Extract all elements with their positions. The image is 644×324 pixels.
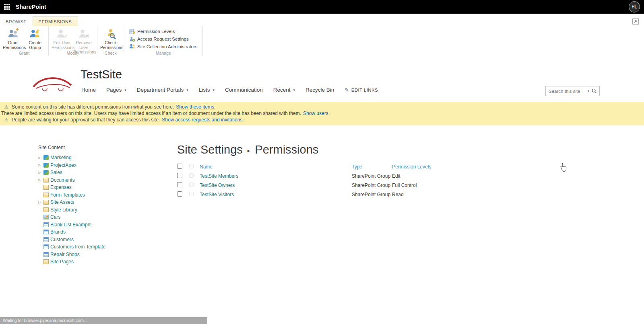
permission-levels-icon: [129, 29, 135, 35]
sidebar-item-customers[interactable]: Customers: [38, 236, 171, 244]
nav-home[interactable]: Home: [81, 87, 96, 93]
search-box: ▾: [545, 86, 600, 96]
group-link[interactable]: TestSite Owners: [200, 183, 235, 188]
search-scope-dropdown-icon[interactable]: ▾: [586, 89, 591, 93]
group-link[interactable]: TestSite Members: [200, 173, 238, 179]
browser-status-bar: Waiting for browser.pipe.aria.microsoft.…: [0, 317, 207, 324]
permissions-main: Site Settings ▸ Permissions Name Type Pe…: [177, 143, 539, 199]
sidebar-item-label[interactable]: Cars: [50, 214, 60, 220]
sidebar-item-label[interactable]: Brands: [50, 229, 66, 235]
app-launcher-icon[interactable]: [4, 4, 10, 10]
edit-user-permissions-label: Edit User Permissions: [52, 40, 74, 50]
sidebar-item-label[interactable]: ProjectApex: [50, 162, 76, 168]
tab-permissions[interactable]: PERMISSIONS: [33, 16, 78, 26]
sidebar-item-label[interactable]: Customers: [50, 237, 74, 242]
sidebar-item-form-templates[interactable]: Form Templates: [38, 191, 171, 199]
sidebar-item-label[interactable]: Documents: [50, 177, 75, 183]
banner-line-permissions: Some content on this site has different …: [0, 104, 644, 110]
show-users-link[interactable]: Show users.: [303, 110, 330, 117]
select-all-checkbox[interactable]: [177, 164, 182, 169]
sidebar-item-label[interactable]: Site Assets: [50, 199, 74, 205]
suite-bar: SharePoint HL: [0, 0, 644, 14]
check-permissions-label: Check Permissions: [100, 40, 123, 50]
column-header-type[interactable]: Type: [352, 164, 362, 170]
expand-icon[interactable]: [38, 163, 43, 167]
site-header: TestSite Home Pages Department Portals L…: [0, 57, 644, 102]
library-icon: [43, 178, 49, 183]
nav-communication[interactable]: Communication: [225, 87, 263, 93]
sidebar-item-blank-list-example[interactable]: Blank List Example: [38, 221, 171, 229]
sidebar-item-documents[interactable]: Documents: [38, 176, 171, 184]
group-type: SharePoint Group: [352, 173, 390, 179]
site-icon: [43, 170, 49, 175]
ribbon: Grant Permissions Create Group Grant Edi…: [0, 26, 644, 56]
site-content-title: Site Content: [38, 145, 171, 150]
column-header-name[interactable]: Name: [200, 164, 213, 170]
sidebar-item-label[interactable]: Form Templates: [50, 192, 85, 198]
cursor-pointer: [560, 163, 567, 172]
row-checkbox[interactable]: [177, 173, 182, 178]
search-icon[interactable]: [591, 88, 599, 94]
library-icon: [43, 259, 49, 264]
sidebar-item-label[interactable]: Customers from Template: [50, 244, 105, 250]
sidebar-item-projectapex[interactable]: ProjectApex: [38, 162, 171, 169]
expand-icon[interactable]: [38, 178, 43, 182]
permission-level: Edit: [392, 173, 400, 179]
sidebar-item-sales[interactable]: Sales: [38, 169, 171, 176]
site-collection-administrators-button[interactable]: Site Collection Administrators: [127, 43, 200, 50]
sidebar-item-site-pages[interactable]: Site Pages: [38, 258, 171, 266]
sidebar-item-label[interactable]: Sales: [50, 170, 62, 175]
permission-levels-button[interactable]: Permission Levels: [127, 28, 177, 35]
sidebar-item-customers-from-template[interactable]: Customers from Template: [38, 243, 171, 251]
list-icon: [43, 230, 49, 234]
check-permissions-button[interactable]: Check Permissions: [100, 27, 121, 50]
table-row-owners: TestSite Owners SharePoint Group Full Co…: [177, 180, 497, 190]
ribbon-group-grant: Grant Permissions Create Group Grant: [0, 26, 49, 56]
search-input[interactable]: [546, 89, 586, 94]
group-link[interactable]: TestSite Visitors: [200, 192, 234, 197]
edit-user-permissions-button[interactable]: Edit User Permissions: [52, 27, 72, 50]
site-collection-administrators-icon: [129, 43, 135, 49]
sidebar-item-expenses[interactable]: Expenses: [38, 184, 171, 191]
sidebar-item-marketing[interactable]: Marketing: [38, 154, 171, 162]
row-checkbox[interactable]: [177, 182, 182, 187]
show-access-requests-link[interactable]: Show access requests and invitations.: [162, 117, 244, 123]
sidebar-item-style-library[interactable]: Style Library: [38, 206, 171, 214]
sidebar-item-label[interactable]: Repair Shops: [50, 252, 80, 257]
site-icon: [43, 163, 49, 168]
user-avatar[interactable]: HL: [629, 1, 640, 12]
access-request-settings-button[interactable]: Access Request Settings: [127, 35, 191, 43]
sidebar-item-label[interactable]: Site Pages: [50, 259, 74, 265]
tab-browse[interactable]: BROWSE: [0, 17, 33, 26]
ribbon-tab-strip: BROWSE PERMISSIONS: [0, 14, 644, 26]
nav-pages[interactable]: Pages: [106, 87, 126, 93]
row-checkbox[interactable]: [177, 191, 182, 197]
sidebar-item-site-assets[interactable]: Site Assets: [38, 199, 171, 206]
group-type: SharePoint Group: [352, 183, 390, 188]
grant-permissions-button[interactable]: Grant Permissions: [3, 27, 24, 50]
sidebar-item-label[interactable]: Expenses: [50, 185, 72, 190]
show-these-items-link[interactable]: Show these items.: [176, 104, 215, 110]
sidebar-item-cars[interactable]: Cars: [38, 213, 171, 221]
edit-links-button[interactable]: EDIT LINKS: [345, 87, 378, 93]
site-logo-image: [30, 72, 74, 95]
create-group-icon: [29, 28, 41, 40]
sidebar-item-label[interactable]: Blank List Example: [50, 222, 91, 228]
nav-recent[interactable]: Recent: [273, 87, 295, 93]
expand-icon[interactable]: [38, 201, 43, 204]
ribbon-group-check: Check Permissions Check: [97, 26, 124, 56]
nav-department-portals[interactable]: Department Portals: [137, 87, 188, 93]
sidebar-item-label[interactable]: Marketing: [50, 155, 72, 160]
expand-icon[interactable]: [38, 156, 43, 160]
nav-lists[interactable]: Lists: [199, 87, 215, 93]
column-header-permission-levels[interactable]: Permission Levels: [392, 164, 431, 170]
breadcrumb-site-settings[interactable]: Site Settings: [177, 143, 243, 156]
sidebar-item-repair-shops[interactable]: Repair Shops: [38, 251, 171, 258]
focus-on-content-icon[interactable]: [632, 18, 639, 25]
sidebar-item-label[interactable]: Style Library: [50, 207, 77, 213]
create-group-button[interactable]: Create Group: [25, 27, 45, 50]
expand-icon[interactable]: [38, 171, 43, 174]
sidebar-item-brands[interactable]: Brands: [38, 228, 171, 236]
site-logo[interactable]: [30, 72, 74, 95]
nav-recycle-bin[interactable]: Recycle Bin: [305, 87, 334, 93]
